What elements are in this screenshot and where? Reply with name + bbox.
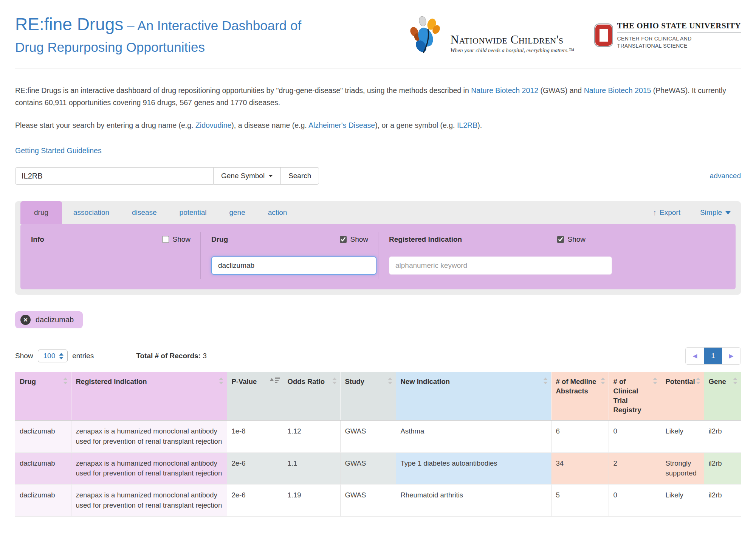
column-label: P-Value: [232, 378, 257, 385]
drug-filter-input[interactable]: [211, 256, 376, 275]
column-header-gene[interactable]: Gene: [704, 372, 741, 420]
total-records: Total # of Records: 3: [136, 352, 207, 360]
registered-indication-show-checkbox[interactable]: [557, 236, 564, 243]
advanced-link[interactable]: advanced: [710, 172, 741, 180]
column-label: Odds Ratio: [288, 378, 325, 385]
table-row: daclizumab zenapax is a humanized monocl…: [15, 420, 741, 452]
sort-icon[interactable]: [543, 378, 548, 384]
cell-potential: Likely: [661, 485, 704, 517]
nationwide-name: Nationwide Children's: [451, 33, 574, 47]
export-button[interactable]: ↑ Export: [653, 208, 680, 217]
sort-icon[interactable]: [696, 378, 700, 384]
column-header-clinical-trial-registry[interactable]: # of Clinical Trial Registry: [609, 372, 661, 420]
filter-column-registered-indication: Registered Indication Show: [378, 232, 643, 279]
show-label: Show: [567, 235, 586, 244]
sort-icon[interactable]: [332, 378, 337, 384]
cell-clinical-trial-registry: 0: [609, 420, 661, 452]
osu-center-name: CENTER FOR CLINICAL AND TRANSLATIONAL SC…: [617, 35, 704, 49]
info-show-toggle: Show: [162, 235, 191, 244]
intro-text: (GWAS) and: [538, 86, 584, 95]
column-header-medline-abstracts[interactable]: # of Medline Abstracts: [551, 372, 609, 420]
tab-nav: drug association disease potential gene …: [20, 201, 736, 224]
cell-drug: daclizumab: [15, 485, 71, 517]
info-filter-label: Info: [31, 235, 44, 244]
filter-chip-daclizumab[interactable]: ✕ daclizumab: [15, 311, 83, 328]
cell-odds-ratio: 1.12: [283, 420, 340, 452]
tab-disease[interactable]: disease: [121, 201, 168, 224]
table-row: daclizumab zenapax is a humanized monocl…: [15, 485, 741, 517]
osu-logo: The Ohio State University CENTER FOR CLI…: [595, 21, 741, 49]
sort-icon[interactable]: [733, 378, 737, 384]
cell-odds-ratio: 1.1: [283, 452, 340, 485]
cell-odds-ratio: 1.19: [283, 485, 340, 517]
search-type-dropdown[interactable]: Gene Symbol: [214, 167, 281, 185]
drug-show-checkbox[interactable]: [340, 236, 347, 243]
tab-association[interactable]: association: [62, 201, 121, 224]
column-header-new-indication[interactable]: New Indication: [396, 372, 551, 420]
upload-arrow-icon: ↑: [653, 208, 657, 217]
tab-action[interactable]: action: [257, 201, 299, 224]
info-show-checkbox[interactable]: [162, 236, 169, 243]
zidovudine-example-link[interactable]: Zidovudine: [195, 121, 231, 129]
osu-block-o-icon: [595, 25, 612, 46]
column-header-odds-ratio[interactable]: Odds Ratio: [283, 372, 340, 420]
registered-indication-filter-input[interactable]: [389, 256, 612, 275]
view-mode-dropdown[interactable]: Simple: [700, 208, 731, 217]
sort-icon[interactable]: [388, 378, 392, 384]
tab-drug[interactable]: drug: [20, 201, 62, 224]
table-controls: Show 100 entries Total # of Records: 3 ◀…: [15, 347, 741, 365]
cell-potential: Strongly supported: [661, 452, 704, 485]
column-header-drug[interactable]: Drug: [15, 372, 71, 420]
show-entries-suffix: entries: [72, 352, 94, 360]
pagination: ◀ 1 ▶: [685, 347, 741, 365]
prev-page-button[interactable]: ◀: [686, 348, 704, 364]
page-title-main: RE:fine Drugs: [15, 14, 123, 34]
show-label: Show: [350, 235, 368, 244]
alzheimers-example-link[interactable]: Alzheimer's Disease: [308, 121, 375, 129]
column-label: Drug: [20, 378, 36, 385]
nature-biotech-2012-link[interactable]: Nature Biotech 2012: [471, 86, 538, 95]
sort-icon[interactable]: [219, 378, 223, 384]
page-title: RE:fine Drugs – An Interactive Dashboard…: [15, 11, 301, 57]
il2rb-example-link[interactable]: IL2RB: [457, 121, 477, 129]
table-header-row: Drug Registered Indication P-Value Odds …: [15, 372, 741, 420]
page-1-button[interactable]: 1: [704, 348, 722, 364]
intro-text: RE:fine Drugs is an interactive dashboar…: [15, 86, 471, 95]
intro-text: ), or a gene symbol (e.g.: [375, 121, 457, 129]
masthead: RE:fine Drugs – An Interactive Dashboard…: [15, 0, 741, 57]
column-header-p-value[interactable]: P-Value: [227, 372, 283, 420]
getting-started-guidelines-link[interactable]: Getting Started Guidelines: [15, 146, 102, 155]
column-header-potential[interactable]: Potential: [661, 372, 704, 420]
sort-icon[interactable]: [601, 378, 605, 384]
column-header-study[interactable]: Study: [340, 372, 396, 420]
logos: Nationwide Children's When your child ne…: [408, 11, 741, 56]
butterflies-icon: [408, 14, 450, 56]
next-page-button[interactable]: ▶: [722, 348, 741, 364]
drug-filter-panel: Info Show Drug Show: [20, 224, 736, 289]
column-label: # of Clinical Trial Registry: [613, 378, 641, 414]
entries-select[interactable]: 100: [38, 350, 68, 362]
sort-icon[interactable]: [63, 378, 68, 384]
remove-filter-icon[interactable]: ✕: [20, 315, 31, 325]
search-button[interactable]: Search: [281, 167, 319, 185]
entries-value: 100: [43, 352, 56, 360]
sort-asc-icon[interactable]: [270, 378, 280, 383]
tab-potential[interactable]: potential: [168, 201, 218, 224]
search-input[interactable]: [15, 167, 214, 185]
tab-gene[interactable]: gene: [218, 201, 256, 224]
filter-column-info: Info Show: [20, 232, 200, 279]
export-label: Export: [660, 208, 680, 217]
sort-icon[interactable]: [653, 378, 657, 384]
column-header-registered-indication[interactable]: Registered Indication: [71, 372, 227, 420]
filter-column-drug: Drug Show: [200, 232, 378, 279]
nature-biotech-2015-link[interactable]: Nature Biotech 2015: [584, 86, 651, 95]
table-row: daclizumab zenapax is a humanized monocl…: [15, 452, 741, 485]
cell-study: GWAS: [340, 452, 396, 485]
nationwide-childrens-logo: Nationwide Children's When your child ne…: [408, 14, 574, 56]
column-label: Study: [345, 378, 364, 385]
cell-drug: daclizumab: [15, 452, 71, 485]
cell-registered-indication: zenapax is a humanized monoclonal antibo…: [71, 420, 227, 452]
intro-paragraph-1: RE:fine Drugs is an interactive dashboar…: [15, 84, 741, 109]
cell-gene: il2rb: [704, 452, 741, 485]
column-label: Potential: [666, 378, 695, 385]
